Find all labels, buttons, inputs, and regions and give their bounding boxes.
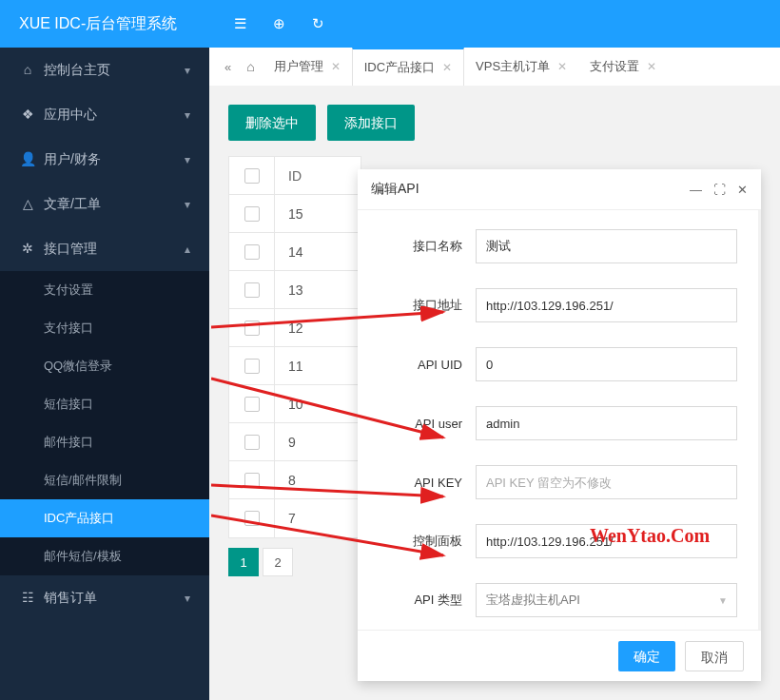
row-id: 15	[275, 206, 361, 222]
modal-body[interactable]: 接口名称 接口地址 API UID API user API KEY 控制面板 …	[358, 209, 761, 630]
add-api-button[interactable]: 添加接口	[327, 105, 415, 141]
tab-label: VPS主机订单	[476, 58, 550, 75]
top-bar: XUE IDC-后台管理系统 ☰ ⊕ ↻	[0, 0, 780, 48]
sidebar-sub-mail-api[interactable]: 邮件接口	[0, 423, 209, 461]
delete-selected-button[interactable]: 删除选中	[228, 105, 316, 141]
sidebar-item-api[interactable]: ✲接口管理 ▴	[0, 226, 209, 271]
api-uid-input[interactable]	[476, 347, 737, 381]
user-icon: 👤	[19, 151, 36, 166]
confirm-button[interactable]: 确定	[618, 641, 675, 671]
field-label-type: API 类型	[379, 592, 462, 609]
page-button-1[interactable]: 1	[228, 548, 259, 576]
sidebar-sub-qq-wechat[interactable]: QQ微信登录	[0, 347, 209, 385]
table-header-id[interactable]: ID	[275, 168, 361, 184]
close-icon[interactable]: ✕	[647, 60, 656, 73]
tab-idc-product[interactable]: IDC产品接口✕	[352, 48, 464, 86]
table-header-row: ID	[229, 157, 361, 195]
page-button-2[interactable]: 2	[263, 548, 293, 576]
close-icon[interactable]: ✕	[442, 61, 452, 74]
api-table: ID 15 14 13 12 11 10 9 8 7	[228, 156, 361, 538]
api-key-input[interactable]	[476, 465, 737, 499]
globe-icon[interactable]: ⊕	[273, 15, 285, 32]
minimize-icon[interactable]: —	[690, 183, 702, 197]
cancel-button[interactable]: 取消	[685, 641, 744, 671]
sidebar-sub-idc-product[interactable]: IDC产品接口	[0, 499, 209, 537]
table-row: 10	[229, 385, 361, 423]
sidebar: ⌂控制台主页 ▾ ❖应用中心 ▾ 👤用户/财务 ▾ △文章/工单 ▾ ✲接口管理…	[0, 48, 209, 700]
modal-title: 编辑API	[371, 181, 419, 198]
table-row: 14	[229, 233, 361, 271]
home-icon: ⌂	[19, 62, 36, 77]
row-checkbox[interactable]	[244, 397, 260, 412]
close-icon[interactable]: ✕	[557, 60, 567, 73]
sidebar-item-dashboard[interactable]: ⌂控制台主页 ▾	[0, 48, 209, 92]
api-type-select[interactable]	[476, 583, 737, 617]
sidebar-item-articles[interactable]: △文章/工单 ▾	[0, 182, 209, 226]
tab-label: IDC产品接口	[364, 59, 435, 76]
sidebar-item-label: 用户/财务	[44, 151, 101, 166]
sidebar-sub-mail-sms-tpl[interactable]: 邮件短信/模板	[0, 537, 209, 575]
table-row: 12	[229, 309, 361, 347]
field-label-key: API KEY	[379, 476, 462, 490]
table-row: 9	[229, 423, 361, 461]
row-id: 13	[275, 282, 361, 298]
sidebar-sub-sms-mail-limit[interactable]: 短信/邮件限制	[0, 461, 209, 499]
refresh-icon[interactable]: ↻	[312, 15, 324, 32]
close-icon[interactable]: ✕	[331, 60, 341, 73]
row-checkbox[interactable]	[244, 359, 260, 374]
field-label-name: 接口名称	[379, 238, 462, 255]
sidebar-item-label: 销售订单	[44, 590, 97, 605]
sidebar-item-label: 应用中心	[44, 107, 97, 122]
chevron-down-icon: ▾	[185, 153, 190, 166]
row-checkbox[interactable]	[244, 244, 260, 260]
row-checkbox[interactable]	[244, 282, 260, 298]
row-checkbox[interactable]	[244, 321, 260, 336]
row-checkbox[interactable]	[244, 511, 260, 526]
maximize-icon[interactable]: ⛶	[713, 183, 726, 197]
edit-api-modal: 编辑API — ⛶ ✕ 接口名称 接口地址 API UID API user A…	[358, 169, 761, 681]
chevron-down-icon: ▾	[185, 198, 190, 211]
gear-icon: ✲	[19, 241, 36, 256]
control-panel-input[interactable]	[476, 524, 737, 558]
table-row: 15	[229, 195, 361, 233]
sidebar-item-label: 接口管理	[44, 241, 97, 256]
row-checkbox[interactable]	[244, 206, 260, 222]
apps-icon: ❖	[19, 107, 36, 122]
row-id: 9	[275, 435, 361, 450]
row-checkbox[interactable]	[244, 473, 260, 488]
select-all-checkbox[interactable]	[244, 168, 260, 184]
tab-pay-settings[interactable]: 支付设置✕	[578, 48, 668, 86]
table-row: 7	[229, 499, 361, 537]
row-id: 7	[275, 511, 361, 526]
row-id: 11	[275, 359, 361, 374]
tab-home-icon[interactable]: ⌂	[239, 59, 262, 74]
row-id: 8	[275, 473, 361, 488]
modal-footer: 确定 取消	[358, 630, 761, 681]
sidebar-item-label: 文章/工单	[44, 196, 101, 211]
sidebar-item-apps[interactable]: ❖应用中心 ▾	[0, 92, 209, 137]
sidebar-item-users[interactable]: 👤用户/财务 ▾	[0, 137, 209, 182]
close-icon[interactable]: ✕	[737, 183, 748, 197]
table-row: 11	[229, 347, 361, 385]
list-icon: ☷	[19, 590, 36, 605]
chevron-up-icon: ▴	[185, 243, 190, 256]
sidebar-item-orders[interactable]: ☷销售订单 ▾	[0, 575, 209, 620]
sidebar-sub-pay-api[interactable]: 支付接口	[0, 309, 209, 347]
row-id: 14	[275, 244, 361, 260]
tabs-scroll-left-icon[interactable]: «	[217, 60, 239, 74]
sidebar-item-label: 控制台主页	[44, 62, 110, 77]
menu-toggle-icon[interactable]: ☰	[234, 15, 246, 32]
brand-title: XUE IDC-后台管理系统	[0, 0, 209, 48]
tab-label: 用户管理	[274, 58, 323, 75]
row-checkbox[interactable]	[244, 435, 260, 450]
modal-header: 编辑API — ⛶ ✕	[358, 169, 761, 209]
api-name-input[interactable]	[476, 229, 737, 263]
chevron-down-icon: ▾	[185, 108, 190, 122]
api-url-input[interactable]	[476, 288, 737, 322]
tab-label: 支付设置	[590, 58, 639, 75]
sidebar-sub-sms-api[interactable]: 短信接口	[0, 385, 209, 423]
tab-user-mgmt[interactable]: 用户管理✕	[263, 48, 352, 86]
sidebar-sub-pay-settings[interactable]: 支付设置	[0, 271, 209, 309]
api-user-input[interactable]	[476, 406, 737, 440]
tab-vps-orders[interactable]: VPS主机订单✕	[464, 48, 578, 86]
